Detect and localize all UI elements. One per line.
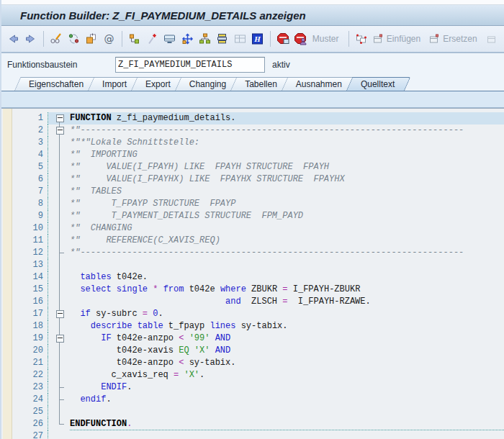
hierarchy-button[interactable]: [126, 30, 142, 47]
code-text: if sy-subrc = 0.: [70, 308, 504, 320]
pattern-wand-button[interactable]: [144, 30, 160, 47]
session-breakpoint-icon: [294, 32, 307, 45]
stack-button[interactable]: [215, 30, 230, 47]
copy-button[interactable]: [84, 30, 99, 47]
code-line[interactable]: 9*" T_PAYMENT_DETAILS STRUCTURE FPM_PAYD: [13, 210, 504, 222]
line-number: 19: [13, 332, 48, 345]
table-settings-button[interactable]: [232, 30, 248, 47]
code-line[interactable]: 26ENDFUNCTION.: [13, 418, 504, 430]
fold-toggle-icon[interactable]: [56, 114, 64, 122]
code-text: t042e-xavis EQ 'X' AND: [70, 345, 504, 357]
function-name-input[interactable]: [115, 57, 265, 73]
code-text: ENDIF.: [70, 381, 504, 394]
refresh-icon: [67, 32, 81, 45]
insert-button[interactable]: Einfügen: [370, 32, 426, 45]
tab-import[interactable]: Import: [88, 77, 137, 91]
forward-button[interactable]: [22, 30, 38, 47]
tab-changing[interactable]: Changing: [175, 77, 236, 91]
tab-ausnahmen[interactable]: Ausnahmen: [282, 77, 352, 91]
where-used-button[interactable]: @: [101, 30, 117, 47]
fold-gutter: [48, 308, 70, 320]
breakpoint-button[interactable]: [275, 30, 291, 47]
replace-button[interactable]: Ersetzen: [426, 32, 482, 45]
code-text: ENDFUNCTION.: [70, 418, 504, 430]
stack-icon: [215, 32, 229, 45]
code-line[interactable]: 15 select single * from t042e where ZBUK…: [13, 284, 504, 296]
abap-source-editor[interactable]: 1FUNCTION z_fi_paymedium_details.2*"----…: [1, 108, 504, 439]
code-line[interactable]: 24 endif.: [13, 394, 504, 406]
pretty-printer-button[interactable]: [353, 30, 369, 47]
fold-gutter: [48, 345, 70, 357]
code-line[interactable]: 7*" TABLES: [13, 186, 504, 198]
line-number: 17: [13, 308, 48, 320]
navigate-button[interactable]: [179, 30, 195, 47]
code-line[interactable]: 2*"-------------------------------------…: [13, 125, 504, 137]
tab-export[interactable]: Export: [131, 77, 181, 91]
code-line[interactable]: 13: [13, 259, 504, 271]
fold-toggle-icon[interactable]: [56, 127, 64, 135]
code-line[interactable]: 17 if sy-subrc = 0.: [13, 308, 504, 320]
muster-button[interactable]: Muster: [310, 34, 345, 44]
display-change-icon: [49, 32, 63, 45]
code-line[interactable]: 3*"*"Lokale Schnittstelle:: [13, 137, 504, 149]
fold-gutter: [48, 381, 70, 394]
info-icon: H: [251, 32, 264, 45]
tabstrip: EigenschaftenImportExportChangingTabelle…: [1, 76, 504, 91]
code-line[interactable]: 25: [13, 406, 504, 418]
documentation-button[interactable]: H: [250, 30, 266, 47]
toolbar-separator: [348, 31, 349, 47]
line-number: 27: [13, 430, 48, 439]
code-line[interactable]: 11*" REFERENCE(C_XAVIS_REQ): [13, 235, 504, 247]
fold-gutter: [48, 296, 70, 308]
code-line[interactable]: 18 describe table t_fpayp lines sy-tabix…: [13, 320, 504, 332]
code-text: *" TABLES: [70, 186, 504, 198]
tab-quelltext[interactable]: Quelltext: [346, 77, 405, 91]
back-button[interactable]: [5, 30, 21, 47]
test-button[interactable]: [161, 30, 177, 47]
object-list-button[interactable]: [197, 30, 212, 47]
copy-icon: [84, 32, 98, 45]
fold-gutter: [48, 430, 70, 439]
line-number: 11: [13, 235, 48, 247]
edge-clipped-button[interactable]: [485, 30, 500, 47]
fold-toggle-icon[interactable]: [56, 335, 64, 343]
code-text: *"*"Lokale Schnittstelle:: [70, 137, 504, 149]
code-line[interactable]: 6*" VALUE(I_FPAYHX) LIKE FPAYHX STRUCTUR…: [13, 173, 504, 186]
refresh-button[interactable]: [66, 30, 81, 47]
code-line[interactable]: 20 t042e-xavis EQ 'X' AND: [13, 345, 504, 357]
code-line[interactable]: 27: [13, 430, 504, 439]
code-line[interactable]: 14 tables t042e.: [13, 271, 504, 284]
code-line[interactable]: 19 IF t042e-anzpo < '99' AND: [13, 332, 504, 345]
line-number: 8: [13, 198, 48, 210]
toolbar: @ H Muster Einfügen Ersetzen: [1, 26, 504, 53]
fold-gutter: [48, 320, 70, 332]
tab-eigenschaften[interactable]: Eigenschaften: [14, 77, 94, 91]
code-line[interactable]: 10*" CHANGING: [13, 222, 504, 235]
tab-tabellen[interactable]: Tabellen: [230, 77, 287, 91]
line-number: 4: [13, 149, 48, 161]
code-line[interactable]: 8*" T_FPAYP STRUCTURE FPAYP: [13, 198, 504, 210]
code-line[interactable]: 22 c_xavis_req = 'X'.: [13, 369, 504, 381]
line-number: 22: [13, 369, 48, 381]
fold-toggle-icon[interactable]: [56, 310, 64, 318]
code-text: [70, 259, 504, 271]
line-number: 14: [13, 271, 48, 284]
code-line[interactable]: 12*"------------------------------------…: [13, 247, 504, 259]
line-number: 2: [13, 125, 48, 137]
toolbar-separator: [43, 31, 44, 47]
replace-icon: [428, 32, 441, 45]
tab-label: Ausnahmen: [296, 79, 342, 89]
code-line[interactable]: 16 and ZLSCH = I_FPAYH-RZAWE.: [13, 296, 504, 308]
code-text: *"--------------------------------------…: [70, 125, 504, 137]
code-line[interactable]: 5*" VALUE(I_FPAYH) LIKE FPAYH STRUCTURE …: [13, 161, 504, 173]
code-line[interactable]: 4*" IMPORTING: [13, 149, 504, 161]
code-line[interactable]: 23 ENDIF.: [13, 381, 504, 394]
code-text: c_xavis_req = 'X'.: [70, 369, 504, 381]
code-line[interactable]: 1FUNCTION z_fi_paymedium_details.: [13, 112, 504, 125]
code-text: endif.: [70, 394, 504, 406]
line-number: 12: [13, 247, 48, 259]
session-breakpoint-button[interactable]: [292, 30, 308, 47]
pretty-printer-icon: [354, 32, 368, 45]
display-change-button[interactable]: [48, 30, 64, 47]
code-line[interactable]: 21 t042e-anzpo < sy-tabix.: [13, 357, 504, 369]
